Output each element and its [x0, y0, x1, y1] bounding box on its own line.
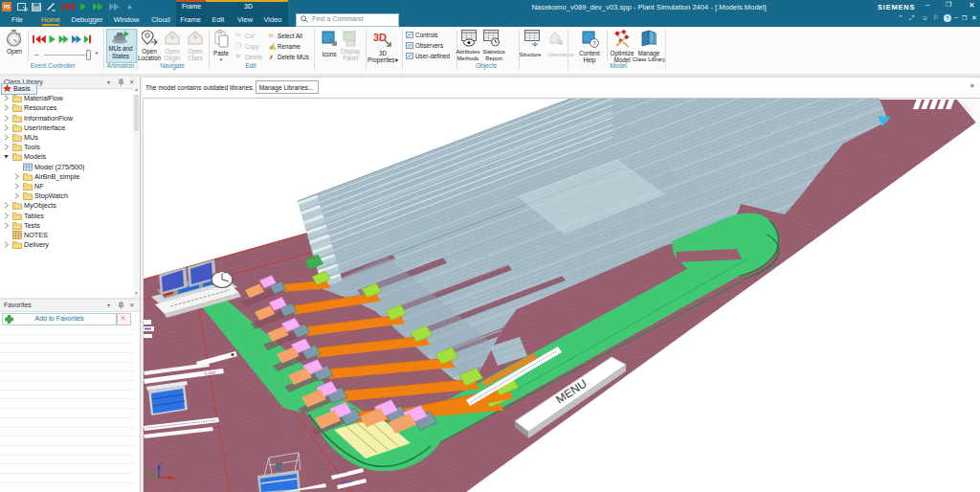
svg-text:?: ?	[592, 40, 596, 47]
svg-text:3D: 3D	[373, 32, 387, 43]
